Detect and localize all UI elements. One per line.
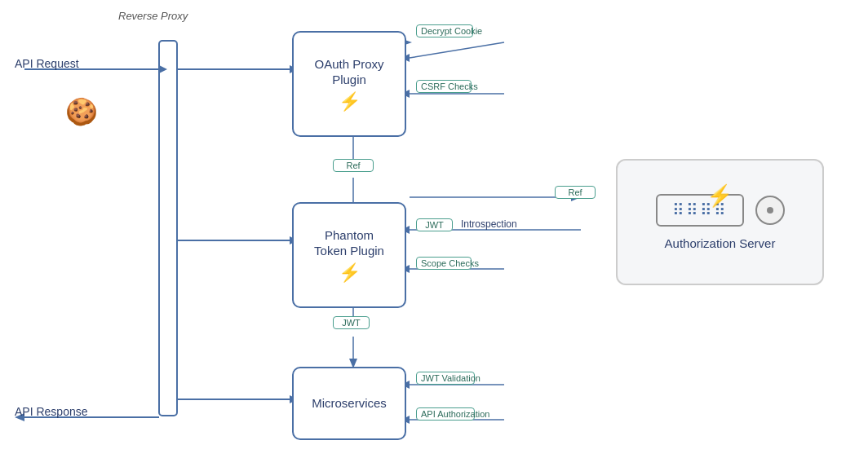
oauth-proxy-plugin-box: OAuth Proxy Plugin ⚡: [292, 31, 406, 137]
jwt-tag-2: JWT: [333, 316, 370, 329]
reverse-proxy-label: Reverse Proxy: [118, 10, 188, 22]
authorization-server-box: ⠿⠿⠿⠿ ⚡ Authorization Server: [616, 159, 824, 285]
phantom-token-plugin-title: Phantom Token Plugin: [314, 227, 384, 259]
cookie-icon: 🍪: [65, 96, 98, 127]
svg-marker-2: [159, 65, 167, 73]
phantom-token-plugin-box: Phantom Token Plugin ⚡: [292, 202, 406, 308]
scope-checks-tag: Scope Checks: [416, 257, 472, 270]
api-request-label: API Request: [15, 57, 79, 70]
ref-tag-2: Ref: [555, 186, 596, 199]
oauth-proxy-plugin-title: OAuth Proxy Plugin: [314, 56, 383, 88]
api-authorization-tag: API Authorization: [416, 407, 475, 421]
svg-line-8: [410, 42, 504, 58]
api-response-label: API Response: [15, 405, 88, 418]
diagram-container: Reverse Proxy 🍪 API Request OAuth Proxy …: [0, 0, 868, 458]
authorization-server-label: Authorization Server: [665, 236, 776, 250]
csrf-checks-tag: CSRF Checks: [416, 80, 472, 93]
oauth-proxy-curity-icon: ⚡: [339, 91, 361, 112]
introspection-label: Introspection: [461, 218, 517, 230]
curity-logo-icon: ⚡: [618, 183, 822, 209]
svg-rect-0: [159, 41, 177, 416]
ref-tag-1: Ref: [333, 159, 374, 172]
jwt-validation-tag: JWT Validation: [416, 372, 475, 385]
microservices-title: Microservices: [312, 395, 387, 412]
decrypt-cookie-tag: Decrypt Cookie: [416, 24, 473, 37]
phantom-token-curity-icon: ⚡: [339, 262, 361, 284]
microservices-box: Microservices: [292, 367, 406, 440]
jwt-tag-1: JWT: [416, 218, 453, 231]
